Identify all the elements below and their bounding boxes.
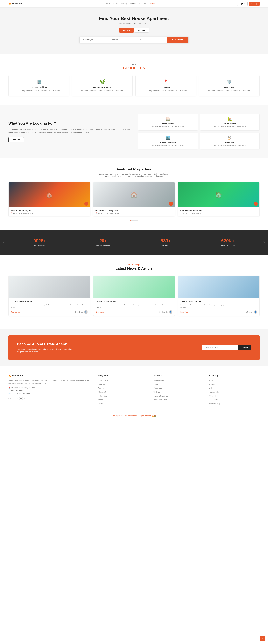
dot-1[interactable] <box>130 220 131 221</box>
linkedin-icon[interactable]: in <box>19 396 23 400</box>
footer-company-list: BlogPricingAffiliateTestimonialsChangelo… <box>209 379 260 405</box>
signin-button[interactable]: Sign in <box>237 2 248 6</box>
feature-title: Creative Building <box>11 86 66 88</box>
properties-grid: 🏠 → Real House Luxury Villa 📍 Est St. 77… <box>8 182 260 216</box>
signup-button[interactable]: Sign Up <box>249 2 260 6</box>
news-author: By: Michael 👤 <box>75 310 88 314</box>
read-more-link[interactable]: Read More... <box>11 311 20 313</box>
property-arrow-icon[interactable]: → <box>254 202 258 206</box>
email-input[interactable] <box>202 345 238 350</box>
dot-2[interactable] <box>132 220 132 221</box>
footer-company-link[interactable]: Pricing <box>209 383 214 385</box>
stat-number: 20+ <box>96 238 110 244</box>
list-item: Pricing <box>209 383 260 385</box>
footer-company-link[interactable]: Affiliate <box>209 387 215 389</box>
property-type-select[interactable]: Property Type House Apartment Villa <box>80 37 109 43</box>
footer-nav-link[interactable]: Videos <box>98 399 103 401</box>
nav-listing[interactable]: Listing <box>122 3 127 5</box>
dot-3[interactable] <box>134 220 134 221</box>
list-item: Testimonials <box>209 391 260 393</box>
footer-nav-link[interactable]: About Us <box>98 383 104 385</box>
footer-service-link[interactable]: My account <box>154 387 162 389</box>
cta-section: Become A Real Estate Agent? Lorem ipsum … <box>0 330 268 366</box>
property-type-desc: It is a long established fact that a rea… <box>203 144 257 146</box>
feature-card: 🛡️ 24/7 Guard It is a long established f… <box>199 75 260 96</box>
author-name: By: Alexander <box>159 311 168 313</box>
property-type-icon: 🏠 <box>141 117 195 121</box>
nav-logo: 🔥 Homeland <box>8 2 23 5</box>
list-item: Videos <box>98 398 148 401</box>
footer-nav-title: Navigation <box>98 374 148 377</box>
footer-nav-link[interactable]: Testimonials <box>98 395 107 397</box>
news-dot-2[interactable] <box>134 320 134 320</box>
property-type-desc: It is a long established fact that a rea… <box>141 125 195 128</box>
author-name: By: Madison <box>244 311 253 313</box>
footer-company-link[interactable]: All Products <box>209 399 218 401</box>
property-image: 🏠 → <box>178 182 260 208</box>
tab-buy[interactable]: For Buy <box>119 28 134 32</box>
location-select[interactable]: Location New York Los Angeles <box>109 37 138 43</box>
news-desc: Lorem ipsum dolor sit amet consectetur a… <box>11 304 88 309</box>
stat-item: 9026+ Property Build <box>34 238 46 246</box>
feature-desc: It is a long established fact that a rea… <box>202 90 257 92</box>
rent-select[interactable]: Rent $500-$1000 $1000-$2000 <box>138 37 167 43</box>
footer-nav-col: Navigation Headers NewAbout UsFeaturesAt… <box>98 374 148 406</box>
property-type-icon: 🏙️ <box>141 136 195 140</box>
twitter-icon[interactable]: t <box>14 396 18 400</box>
nav-service[interactable]: Service <box>130 3 136 5</box>
news-dot-3[interactable] <box>136 320 136 320</box>
company-link[interactable]: 🔥🏠 <box>152 415 156 417</box>
footer-company-link[interactable]: Testimonials <box>209 391 218 393</box>
property-img-placeholder: 🏠 <box>178 182 260 208</box>
footer-service-link[interactable]: Order tracking <box>154 379 164 381</box>
location-pin-icon: 📍 <box>180 212 182 214</box>
featured-title: Featured Properties <box>8 167 260 172</box>
nav-home[interactable]: Home <box>105 3 110 5</box>
nav-contact[interactable]: Contact <box>149 3 155 5</box>
footer-service-link[interactable]: Wish List <box>154 391 160 393</box>
list-item: All Products <box>209 398 260 401</box>
hero-section: Find Your Best House Apartment We Have M… <box>0 8 268 54</box>
footer-nav-link[interactable]: Footers <box>98 403 104 405</box>
news-author: By: Madison 👤 <box>244 310 257 314</box>
footer-service-link[interactable]: Terms & Conditions <box>154 395 168 397</box>
footer-nav-link[interactable]: Features <box>98 387 104 389</box>
news-desc: Lorem ipsum dolor sit amet consectetur a… <box>96 304 172 309</box>
nav-about[interactable]: About <box>113 3 118 5</box>
facebook-icon[interactable]: f <box>8 396 12 400</box>
tab-sell[interactable]: For Sell <box>134 28 149 32</box>
footer-company-link[interactable]: Locations Map <box>209 403 220 405</box>
footer-company-link[interactable]: Blog <box>209 379 213 381</box>
footer-service-link[interactable]: Login <box>154 383 158 385</box>
property-type-title: Official Apartment <box>141 141 195 143</box>
list-item: About Us <box>98 383 148 385</box>
footer-nav-link[interactable]: Attractive New <box>98 391 108 393</box>
nav-feature[interactable]: Feature <box>140 3 146 5</box>
read-more-link[interactable]: Read More... <box>96 311 104 313</box>
footer-company-link[interactable]: Changelog <box>209 395 218 397</box>
property-location: 📍 Est St. 77 - Centre Park South <box>96 212 173 214</box>
footer-service-link[interactable]: Promotional Offers <box>154 399 168 401</box>
read-more-link[interactable]: Read More... <box>180 311 190 313</box>
property-image: 🏠 → <box>8 182 90 208</box>
author-name: By: Michael <box>75 311 83 313</box>
list-item: Features <box>98 387 148 389</box>
stat-number: 580+ <box>160 238 171 244</box>
news-dot-1[interactable] <box>132 320 132 320</box>
property-arrow-icon[interactable]: → <box>84 202 88 206</box>
dot-4[interactable] <box>136 220 136 221</box>
list-item: Headers New <box>98 379 148 382</box>
instagram-icon[interactable]: ig <box>24 396 28 400</box>
property-type-card: 🏗️ Apartment It is a long established fa… <box>200 133 260 149</box>
list-item: Attractive New <box>98 391 148 393</box>
read-more-button[interactable]: Read More <box>8 137 24 142</box>
submit-button[interactable]: Submit <box>238 345 251 350</box>
flame-icon: 🔥 <box>8 2 12 5</box>
property-type-title: Villa & Condo <box>141 122 195 124</box>
looking-title: What You Are Looking For? <box>8 121 130 126</box>
dot-5[interactable] <box>137 220 138 221</box>
property-info: Real House Luxury Villa 📍 Est St. 77 - C… <box>93 208 175 216</box>
search-button[interactable]: Search Now <box>167 37 188 43</box>
news-card: The Best Places Around Lorem ipsum dolor… <box>8 276 90 316</box>
footer-nav-link[interactable]: Headers New <box>98 379 108 381</box>
